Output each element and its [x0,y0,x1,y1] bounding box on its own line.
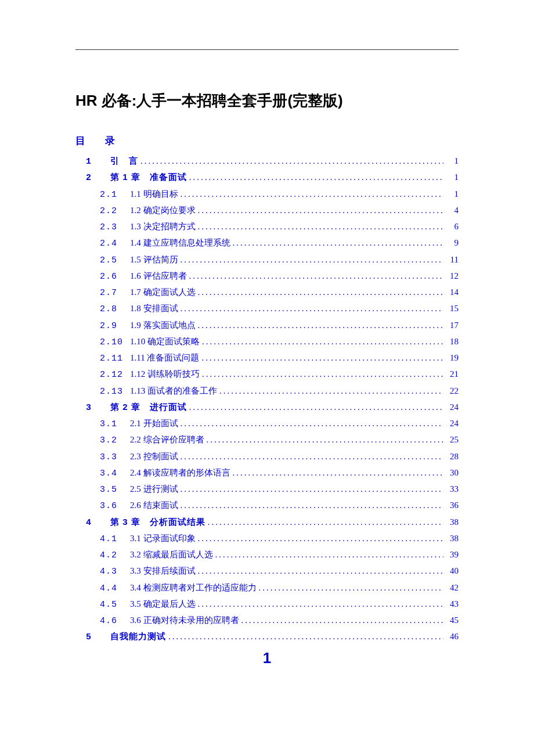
toc-entry[interactable]: 3.12.1 开始面试 24 [75,416,459,432]
toc-entry[interactable]: 4.63.6 正确对待未录用的应聘者 45 [75,613,459,629]
toc-entry-page: 30 [446,465,459,480]
toc-entry[interactable]: 4.53.5 确定最后人选 43 [75,596,459,613]
toc-entry[interactable]: 3.42.4 解读应聘者的形体语言 30 [75,465,459,481]
toc-entry[interactable]: 2.61.6 评估应聘者 12 [75,268,459,285]
toc-entry-page: 33 [446,481,459,496]
toc-entry[interactable]: 4.23.2 缩减最后面试人选 39 [75,547,459,563]
toc-leader-dots [208,514,443,530]
toc-entry-number: 4.3 [100,564,130,579]
toc-leader-dots [181,498,444,513]
toc-entry-number: 2.5 [100,253,130,268]
toc-entry-label: 1.13 面试者的准备工作 [130,383,217,398]
toc-heading: 目 录 [75,134,459,147]
toc-entry-number: 2.1 [100,188,130,203]
toc-entry-page: 17 [446,318,459,333]
toc-entry[interactable]: 3第 2 章 进行面试 24 [75,399,459,416]
toc-entry-label: 引 言 [110,153,138,168]
toc-entry-label: 第 3 章 分析面试结果 [110,514,205,530]
toc-entry[interactable]: 2.91.9 落实面试地点 17 [75,318,459,334]
toc-entry-label: 1.12 训练聆听技巧 [130,366,200,381]
toc-leader-dots [198,203,444,218]
toc-entry-page: 1 [446,186,459,201]
toc-entry[interactable]: 4.43.4 检测应聘者对工作的适应能力 42 [75,580,459,596]
toc-entry-page: 18 [446,334,459,349]
toc-entry-page: 14 [446,285,459,300]
toc-entry[interactable]: 2.121.12 训练聆听技巧 21 [75,366,459,383]
toc-entry[interactable]: 3.22.2 综合评价应聘者 25 [75,432,459,448]
toc-entry-label: 2.3 控制面试 [130,449,178,464]
toc-leader-dots [198,219,444,234]
toc-entry-label: 3.2 缩减最后面试人选 [130,547,213,562]
toc-entry-label: 2.5 进行测试 [130,481,178,496]
toc-entry-page: 1 [446,170,459,185]
toc-entry[interactable]: 4.33.3 安排后续面试 40 [75,563,459,579]
toc-entry-page: 28 [446,449,459,464]
toc-entry-page: 45 [446,613,459,628]
toc-entry[interactable]: 2第 1 章 准备面试 1 [75,170,459,186]
toc-entry-page: 46 [446,629,459,644]
toc-entry[interactable]: 2.21.2 确定岗位要求 4 [75,203,459,219]
toc-entry-number: 5 [86,630,110,645]
toc-entry-page: 25 [446,432,459,447]
toc-entry-label: 3.4 检测应聘者对工作的适应能力 [130,580,257,595]
toc-entry-label: 1.8 安排面试 [130,301,178,316]
toc-entry[interactable]: 2.41.4 建立应聘信息处理系统 9 [75,235,459,251]
toc-entry-label: 2.6 结束面试 [130,498,178,513]
toc-leader-dots [140,153,443,168]
toc-entry-label: 2.2 综合评价应聘者 [130,432,204,447]
section-big-number: 1 [75,649,459,667]
toc-entry[interactable]: 2.131.13 面试者的准备工作 22 [75,383,459,399]
toc-entry[interactable]: 4.13.1 记录面试印象 38 [75,531,459,547]
toc-entry[interactable]: 2.111.11 准备面试问题 19 [75,350,459,366]
toc-entry-number: 1 [86,154,110,170]
toc-entry-page: 19 [446,350,459,365]
toc-leader-dots [207,432,444,447]
toc-entry[interactable]: 2.71.7 确定面试人选 14 [75,285,459,301]
toc-entry-page: 42 [446,580,459,595]
toc-entry[interactable]: 5自我能力测试 46 [75,629,459,645]
toc-entry-number: 2.13 [100,384,130,399]
toc-entry-number: 3.3 [100,450,130,465]
toc-entry-page: 38 [446,531,459,546]
toc-entry-label: 1.10 确定面试策略 [130,334,200,349]
toc-entry[interactable]: 3.62.6 结束面试 36 [75,498,459,514]
toc-entry-page: 21 [446,366,459,381]
toc-entry-page: 36 [446,498,459,513]
toc-entry-page: 11 [446,252,459,267]
toc-entry[interactable]: 2.81.8 安排面试 15 [75,301,459,317]
toc-entry-number: 4.4 [100,581,130,596]
toc-entry[interactable]: 1引 言 1 [75,153,459,170]
toc-entry-number: 3.4 [100,466,130,481]
toc-leader-dots [233,235,444,250]
toc-entry-number: 4.2 [100,548,130,563]
toc-leader-dots [181,252,444,267]
toc-entry[interactable]: 3.52.5 进行测试 33 [75,481,459,498]
toc-entry-number: 4.1 [100,532,130,547]
toc-entry-label: 第 1 章 准备面试 [110,170,187,185]
toc-entry-page: 43 [446,596,459,611]
toc-leader-dots [219,383,443,398]
toc-entry-page: 1 [446,153,459,168]
toc-entry[interactable]: 3.32.3 控制面试 28 [75,449,459,465]
toc-leader-dots [202,366,443,381]
toc-entry-label: 3.6 正确对待未录用的应聘者 [130,613,239,628]
toc-leader-dots [168,629,443,644]
toc-entry-label: 1.3 决定招聘方式 [130,219,196,234]
toc-entry[interactable]: 2.31.3 决定招聘方式 6 [75,219,459,235]
toc-leader-dots [198,563,444,578]
toc-entry-number: 3.6 [100,499,130,514]
toc-leader-dots [198,596,444,611]
toc-entry-label: 1.2 确定岗位要求 [130,203,196,218]
toc-entry-label: 1.7 确定面试人选 [130,285,196,300]
toc-leader-dots [201,350,443,365]
toc-entry[interactable]: 4第 3 章 分析面试结果 38 [75,514,459,531]
document-title: HR 必备:人手一本招聘全套手册(完整版) [75,91,459,111]
toc-entry[interactable]: 2.51.5 评估简历 11 [75,252,459,268]
toc-entry-page: 12 [446,268,459,283]
toc-leader-dots [181,481,444,496]
toc-entry[interactable]: 2.101.10 确定面试策略 18 [75,334,459,350]
toc-entry[interactable]: 2.11.1 明确目标 1 [75,186,459,203]
toc-leader-dots [181,416,444,431]
toc-leader-dots [181,449,444,464]
toc-entry-number: 3 [86,401,110,416]
